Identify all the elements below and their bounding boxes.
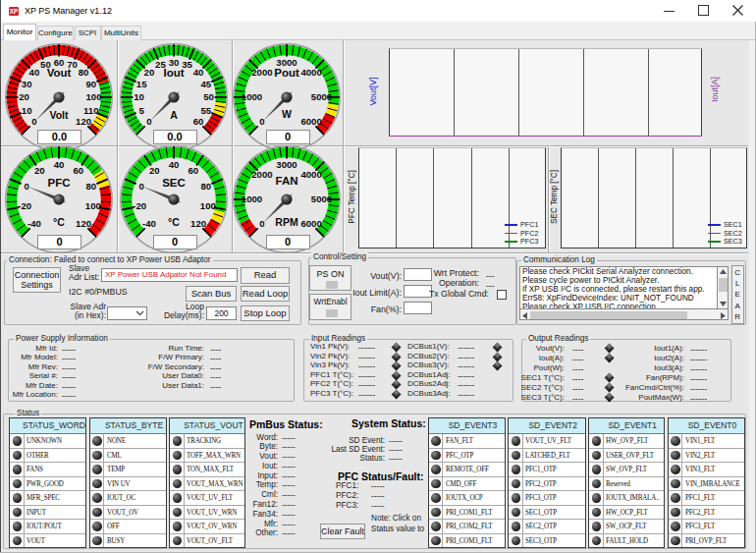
svg-text:100: 100 bbox=[200, 200, 216, 211]
svg-text:55: 55 bbox=[200, 105, 211, 116]
svg-text:100: 100 bbox=[85, 200, 101, 211]
svg-text:1000: 1000 bbox=[242, 91, 262, 102]
svg-text:60: 60 bbox=[193, 116, 204, 127]
svg-text:10: 10 bbox=[22, 105, 32, 116]
svg-text:A: A bbox=[170, 109, 178, 121]
svg-text:-40: -40 bbox=[142, 218, 156, 229]
svg-text:20: 20 bbox=[144, 67, 155, 78]
svg-text:4000: 4000 bbox=[300, 169, 321, 180]
svg-text:60: 60 bbox=[73, 165, 83, 176]
svg-text:0: 0 bbox=[259, 116, 264, 127]
svg-text:20: 20 bbox=[34, 165, 45, 176]
svg-text:Volt: Volt bbox=[49, 109, 69, 121]
svg-text:60: 60 bbox=[188, 165, 198, 176]
svg-text:20: 20 bbox=[149, 165, 160, 176]
svg-text:XP: XP bbox=[10, 7, 18, 14]
svg-text:°C: °C bbox=[53, 216, 65, 228]
svg-text:40: 40 bbox=[193, 67, 204, 78]
svg-text:80: 80 bbox=[79, 67, 89, 78]
svg-text:RPM: RPM bbox=[275, 216, 298, 228]
svg-text:Vout: Vout bbox=[47, 67, 72, 79]
svg-text:45: 45 bbox=[200, 79, 211, 89]
svg-text:0: 0 bbox=[31, 116, 36, 127]
svg-text:40: 40 bbox=[169, 159, 180, 170]
svg-text:80: 80 bbox=[85, 181, 96, 192]
svg-text:Iout: Iout bbox=[163, 67, 184, 79]
svg-text:120: 120 bbox=[76, 218, 91, 229]
svg-text:30: 30 bbox=[22, 79, 32, 89]
svg-text:6000: 6000 bbox=[300, 116, 321, 127]
svg-text:3000: 3000 bbox=[276, 159, 297, 170]
svg-text:50: 50 bbox=[203, 91, 214, 102]
svg-text:FAN: FAN bbox=[276, 175, 298, 187]
svg-text:90: 90 bbox=[85, 79, 96, 89]
svg-text:100: 100 bbox=[85, 91, 101, 102]
svg-text:SEC: SEC bbox=[162, 177, 186, 189]
svg-text:2000: 2000 bbox=[251, 67, 272, 78]
svg-text:5: 5 bbox=[139, 105, 145, 116]
svg-text:6000: 6000 bbox=[300, 218, 321, 229]
svg-text:120: 120 bbox=[76, 116, 91, 127]
svg-text:°C: °C bbox=[168, 216, 180, 228]
svg-text:5000: 5000 bbox=[311, 194, 332, 204]
svg-text:40: 40 bbox=[54, 159, 65, 170]
svg-text:20: 20 bbox=[19, 91, 29, 102]
svg-text:-40: -40 bbox=[27, 218, 41, 229]
svg-text:120: 120 bbox=[190, 218, 206, 229]
svg-text:110: 110 bbox=[83, 105, 98, 116]
svg-text:40: 40 bbox=[29, 67, 40, 78]
svg-text:0: 0 bbox=[139, 181, 144, 192]
svg-text:0: 0 bbox=[146, 116, 151, 127]
svg-text:10: 10 bbox=[134, 91, 144, 102]
svg-text:-20: -20 bbox=[18, 200, 31, 211]
svg-text:0: 0 bbox=[25, 181, 29, 192]
svg-text:15: 15 bbox=[136, 79, 147, 89]
svg-text:PFC: PFC bbox=[48, 177, 71, 189]
svg-text:2000: 2000 bbox=[251, 169, 272, 180]
svg-text:1000: 1000 bbox=[242, 194, 262, 204]
svg-text:Pout: Pout bbox=[274, 67, 299, 79]
svg-text:-20: -20 bbox=[133, 200, 146, 211]
svg-text:0: 0 bbox=[259, 218, 264, 229]
svg-text:80: 80 bbox=[200, 181, 211, 192]
svg-text:W: W bbox=[282, 108, 292, 120]
svg-text:5000: 5000 bbox=[311, 91, 332, 102]
svg-text:4000: 4000 bbox=[300, 67, 321, 78]
